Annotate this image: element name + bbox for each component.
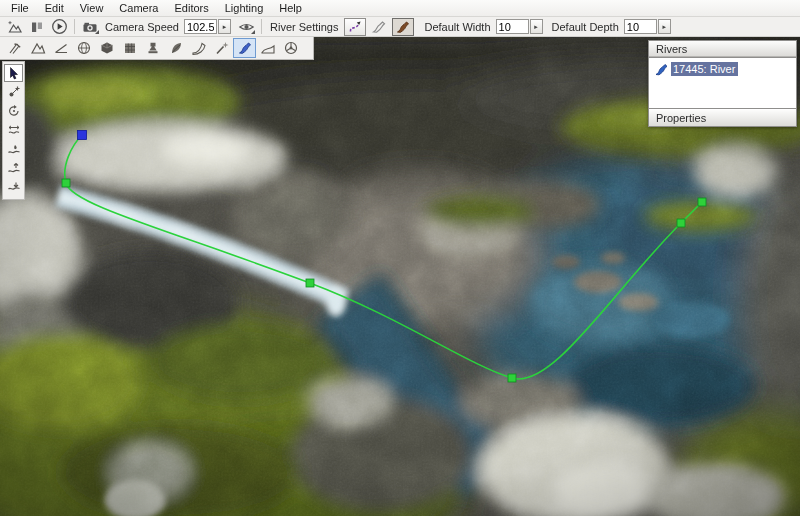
river-list-item[interactable]: 17445: River xyxy=(654,61,796,77)
play-button[interactable] xyxy=(48,18,70,36)
globe-tool-button[interactable] xyxy=(72,38,95,58)
crate-icon xyxy=(122,40,138,56)
stamp-tool-button[interactable] xyxy=(141,38,164,58)
rivers-panel-header[interactable]: Rivers xyxy=(649,41,796,57)
menu-view[interactable]: View xyxy=(72,1,112,15)
camera-button[interactable] xyxy=(79,18,101,36)
new-terrain-button[interactable] xyxy=(4,18,26,36)
picks-icon xyxy=(7,40,23,56)
toolbar-separator xyxy=(261,19,262,34)
rivers-list[interactable]: 17445: River xyxy=(649,57,796,109)
spline-tool-icon xyxy=(347,19,363,35)
menu-edit[interactable]: Edit xyxy=(37,1,72,15)
wand-tool-button[interactable] xyxy=(210,38,233,58)
main-toolbar: Camera Speed ▸ River Settings xyxy=(0,17,800,37)
menu-lighting[interactable]: Lighting xyxy=(217,1,272,15)
toolbar-separator xyxy=(74,19,75,34)
panels-button[interactable] xyxy=(26,18,48,36)
menu-file[interactable]: File xyxy=(3,1,37,15)
spline-control-point-selected[interactable] xyxy=(78,131,87,140)
default-depth-label: Default Depth xyxy=(552,21,619,33)
river-outline-button[interactable] xyxy=(368,18,390,36)
slope-icon xyxy=(53,40,69,56)
default-width-spinner[interactable]: ▸ xyxy=(530,19,543,34)
spline-control-point[interactable] xyxy=(62,179,70,187)
river-paint-button[interactable] xyxy=(392,18,414,36)
rivers-panel: Rivers 17445: River Properties xyxy=(648,40,797,127)
mountain-tool-button[interactable] xyxy=(26,38,49,58)
terrain-toolbar xyxy=(0,37,314,60)
default-width-spinbox: ▸ xyxy=(496,19,543,34)
dune-icon xyxy=(260,40,276,56)
application-window: File Edit View Camera Editors Lighting H… xyxy=(0,0,800,516)
river-outline-icon xyxy=(371,19,387,35)
rotate-tool-button[interactable] xyxy=(4,102,23,120)
ramp-tool-button[interactable] xyxy=(187,38,210,58)
wheel-tool-button[interactable] xyxy=(279,38,302,58)
globe-icon xyxy=(76,40,92,56)
add-node-tool-button[interactable] xyxy=(4,83,23,101)
river-wave-icon xyxy=(7,142,21,156)
river-item-icon xyxy=(654,62,669,77)
properties-panel-title: Properties xyxy=(656,112,706,124)
dropdown-corner xyxy=(251,30,255,34)
river-tool-button[interactable] xyxy=(233,38,256,58)
leaf-tool-button[interactable] xyxy=(164,38,187,58)
tool-palette xyxy=(2,61,25,200)
wave-lower-tool-button[interactable] xyxy=(4,178,23,196)
menu-bar: File Edit View Camera Editors Lighting H… xyxy=(0,0,800,17)
spline-control-point[interactable] xyxy=(677,219,685,227)
smooth-tool-button[interactable] xyxy=(4,121,23,139)
leaf-icon xyxy=(168,40,184,56)
select-tool-button[interactable] xyxy=(4,64,23,82)
wave-raise-icon xyxy=(7,161,21,175)
river-settings-label: River Settings xyxy=(270,21,338,33)
cube-icon xyxy=(99,40,115,56)
wave-raise-tool-button[interactable] xyxy=(4,159,23,177)
panels-icon xyxy=(29,19,45,35)
spline-control-point[interactable] xyxy=(508,374,516,382)
default-depth-spinbox: ▸ xyxy=(624,19,671,34)
river-paint-icon xyxy=(395,19,411,35)
crate-tool-button[interactable] xyxy=(118,38,141,58)
menu-help[interactable]: Help xyxy=(271,1,310,15)
default-depth-spinner[interactable]: ▸ xyxy=(658,19,671,34)
river-tool-icon xyxy=(237,40,253,56)
wand-icon xyxy=(214,40,230,56)
new-terrain-icon xyxy=(7,19,23,35)
wave-lower-icon xyxy=(7,180,21,194)
add-node-icon xyxy=(7,85,21,99)
picks-tool-button[interactable] xyxy=(3,38,26,58)
default-depth-input[interactable] xyxy=(624,19,657,34)
dune-tool-button[interactable] xyxy=(256,38,279,58)
spline-control-point[interactable] xyxy=(306,279,314,287)
stamp-icon xyxy=(145,40,161,56)
menu-camera[interactable]: Camera xyxy=(111,1,166,15)
properties-panel-header[interactable]: Properties xyxy=(649,109,796,126)
select-arrow-icon xyxy=(7,66,21,80)
spline-control-point[interactable] xyxy=(698,198,706,206)
rivers-panel-title: Rivers xyxy=(656,43,687,55)
camera-speed-spinbox: ▸ xyxy=(184,19,231,34)
wheel-icon xyxy=(283,40,299,56)
spline-tool-button[interactable] xyxy=(344,18,366,36)
camera-speed-spinner[interactable]: ▸ xyxy=(218,19,231,34)
play-icon xyxy=(51,18,68,35)
dropdown-corner xyxy=(95,30,99,34)
visibility-button[interactable] xyxy=(235,18,257,36)
cube-tool-button[interactable] xyxy=(95,38,118,58)
camera-speed-label: Camera Speed xyxy=(105,21,179,33)
river-item-label: 17445: River xyxy=(671,62,738,76)
mountain-icon xyxy=(30,40,46,56)
ramp-icon xyxy=(191,40,207,56)
smooth-icon xyxy=(7,123,21,137)
camera-speed-input[interactable] xyxy=(184,19,217,34)
rotate-icon xyxy=(7,104,21,118)
river-wave-tool-button[interactable] xyxy=(4,140,23,158)
menu-editors[interactable]: Editors xyxy=(166,1,216,15)
default-width-input[interactable] xyxy=(496,19,529,34)
slope-tool-button[interactable] xyxy=(49,38,72,58)
default-width-label: Default Width xyxy=(424,21,490,33)
